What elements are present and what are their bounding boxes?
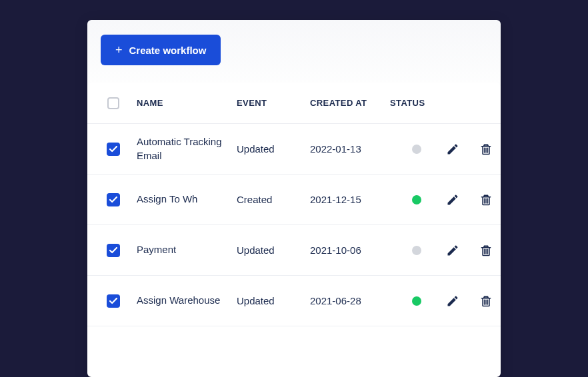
delete-button[interactable] xyxy=(477,190,495,209)
trash-icon xyxy=(479,143,493,156)
status-dot xyxy=(412,296,421,306)
delete-button[interactable] xyxy=(477,292,495,310)
col-created: CREATED AT xyxy=(310,98,390,108)
edit-button[interactable] xyxy=(443,292,462,310)
cell-name: Assign To Wh xyxy=(137,192,237,206)
plus-icon: + xyxy=(115,44,123,56)
check-icon xyxy=(109,196,117,203)
cell-created: 2021-06-28 xyxy=(310,295,390,306)
table-header: NAME EVENT CREATED AT STATUS xyxy=(87,83,501,124)
cell-name: Payment xyxy=(137,243,237,256)
cell-name: Assign Warehouse xyxy=(137,294,237,307)
edit-button[interactable] xyxy=(443,190,462,209)
edit-button[interactable] xyxy=(443,140,462,159)
pencil-icon xyxy=(446,294,459,308)
cell-created: 2022-01-13 xyxy=(310,143,390,155)
toolbar: + Create workflow xyxy=(87,35,501,83)
trash-icon xyxy=(479,294,493,308)
check-icon xyxy=(109,298,117,304)
col-event: EVENT xyxy=(237,98,310,108)
pencil-icon xyxy=(446,193,459,206)
create-workflow-label: Create workflow xyxy=(129,45,207,56)
cell-event: Created xyxy=(237,194,310,205)
select-all-checkbox[interactable] xyxy=(107,97,119,109)
row-checkbox[interactable] xyxy=(107,294,120,308)
col-status: STATUS xyxy=(390,98,443,108)
status-dot xyxy=(412,246,421,255)
workflows-table: NAME EVENT CREATED AT STATUS Automatic T… xyxy=(87,83,501,326)
pencil-icon xyxy=(446,143,459,156)
trash-icon xyxy=(479,244,493,257)
status-dot xyxy=(412,195,421,204)
cell-created: 2021-10-06 xyxy=(310,244,390,256)
check-icon xyxy=(109,247,117,254)
delete-button[interactable] xyxy=(477,140,495,159)
trash-icon xyxy=(479,193,493,206)
cell-event: Updated xyxy=(237,143,310,155)
workflows-panel: + Create workflow NAME EVENT CREATED AT … xyxy=(87,20,501,377)
status-dot xyxy=(412,145,421,154)
delete-button[interactable] xyxy=(477,241,495,260)
cell-event: Updated xyxy=(237,244,310,256)
cell-created: 2021-12-15 xyxy=(310,194,390,205)
table-row: Assign Warehouse Updated 2021-06-28 xyxy=(87,276,501,326)
pencil-icon xyxy=(446,244,459,257)
check-icon xyxy=(109,146,117,153)
table-row: Assign To Wh Created 2021-12-15 xyxy=(87,175,501,225)
row-checkbox[interactable] xyxy=(107,143,120,156)
cell-event: Updated xyxy=(237,295,310,306)
create-workflow-button[interactable]: + Create workflow xyxy=(101,35,221,65)
cell-name: Automatic Tracking Email xyxy=(137,135,237,163)
row-checkbox[interactable] xyxy=(107,244,120,257)
row-checkbox[interactable] xyxy=(107,193,120,206)
table-row: Payment Updated 2021-10-06 xyxy=(87,225,501,276)
edit-button[interactable] xyxy=(443,241,462,260)
col-name: NAME xyxy=(137,98,237,108)
table-row: Automatic Tracking Email Updated 2022-01… xyxy=(87,124,501,175)
